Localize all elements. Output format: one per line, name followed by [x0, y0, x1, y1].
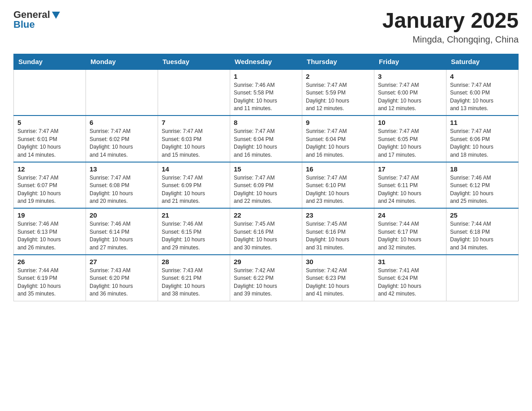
day-cell: 12Sunrise: 7:47 AM Sunset: 6:07 PM Dayli…: [14, 162, 86, 209]
day-cell: 21Sunrise: 7:46 AM Sunset: 6:15 PM Dayli…: [158, 208, 230, 255]
day-cell: 27Sunrise: 7:43 AM Sunset: 6:20 PM Dayli…: [86, 255, 158, 301]
day-number: 18: [450, 165, 515, 173]
day-info: Sunrise: 7:47 AM Sunset: 6:01 PM Dayligh…: [17, 128, 82, 159]
day-info: Sunrise: 7:44 AM Sunset: 6:18 PM Dayligh…: [450, 220, 515, 252]
day-number: 26: [17, 258, 82, 265]
day-info: Sunrise: 7:41 AM Sunset: 6:24 PM Dayligh…: [378, 267, 442, 298]
day-cell: 19Sunrise: 7:46 AM Sunset: 6:13 PM Dayli…: [14, 208, 86, 255]
day-cell: 23Sunrise: 7:45 AM Sunset: 6:16 PM Dayli…: [302, 208, 374, 255]
day-info: Sunrise: 7:42 AM Sunset: 6:22 PM Dayligh…: [234, 267, 298, 298]
day-cell: [14, 69, 86, 116]
day-cell: 20Sunrise: 7:46 AM Sunset: 6:14 PM Dayli…: [86, 208, 158, 255]
logo-triangle-icon: [51, 10, 61, 20]
day-number: 19: [17, 211, 82, 219]
day-cell: 5Sunrise: 7:47 AM Sunset: 6:01 PM Daylig…: [14, 116, 86, 162]
col-header-saturday: Saturday: [446, 54, 519, 69]
day-cell: 13Sunrise: 7:47 AM Sunset: 6:08 PM Dayli…: [86, 162, 158, 209]
day-number: 24: [378, 211, 442, 219]
col-header-thursday: Thursday: [302, 54, 374, 69]
day-cell: 28Sunrise: 7:43 AM Sunset: 6:21 PM Dayli…: [158, 255, 230, 301]
day-cell: 24Sunrise: 7:44 AM Sunset: 6:17 PM Dayli…: [374, 208, 446, 255]
calendar-table: SundayMondayTuesdayWednesdayThursdayFrid…: [13, 54, 519, 301]
day-info: Sunrise: 7:47 AM Sunset: 6:04 PM Dayligh…: [234, 128, 298, 159]
day-info: Sunrise: 7:47 AM Sunset: 6:10 PM Dayligh…: [306, 174, 370, 206]
day-info: Sunrise: 7:43 AM Sunset: 6:21 PM Dayligh…: [162, 267, 226, 298]
day-info: Sunrise: 7:47 AM Sunset: 6:08 PM Dayligh…: [90, 174, 154, 206]
day-number: 1: [234, 73, 298, 80]
day-info: Sunrise: 7:47 AM Sunset: 6:09 PM Dayligh…: [234, 174, 298, 206]
day-info: Sunrise: 7:44 AM Sunset: 6:17 PM Dayligh…: [378, 220, 442, 252]
day-number: 14: [162, 165, 226, 173]
day-cell: 25Sunrise: 7:44 AM Sunset: 6:18 PM Dayli…: [446, 208, 519, 255]
logo: General Blue: [13, 9, 61, 30]
day-info: Sunrise: 7:47 AM Sunset: 6:07 PM Dayligh…: [17, 174, 82, 206]
day-number: 15: [234, 165, 298, 173]
day-info: Sunrise: 7:46 AM Sunset: 6:12 PM Dayligh…: [450, 174, 515, 206]
logo-blue-text: Blue: [13, 19, 35, 30]
week-row-5: 26Sunrise: 7:44 AM Sunset: 6:19 PM Dayli…: [14, 255, 519, 301]
day-info: Sunrise: 7:47 AM Sunset: 6:00 PM Dayligh…: [450, 81, 515, 113]
day-cell: [86, 69, 158, 116]
day-info: Sunrise: 7:47 AM Sunset: 6:03 PM Dayligh…: [162, 128, 226, 159]
day-info: Sunrise: 7:46 AM Sunset: 5:58 PM Dayligh…: [234, 81, 298, 113]
day-info: Sunrise: 7:43 AM Sunset: 6:20 PM Dayligh…: [90, 267, 154, 298]
day-cell: 22Sunrise: 7:45 AM Sunset: 6:16 PM Dayli…: [230, 208, 302, 255]
day-number: 28: [162, 258, 226, 265]
day-info: Sunrise: 7:47 AM Sunset: 6:06 PM Dayligh…: [450, 128, 515, 159]
col-header-wednesday: Wednesday: [230, 54, 302, 69]
day-number: 9: [306, 119, 370, 126]
header-row: SundayMondayTuesdayWednesdayThursdayFrid…: [14, 54, 519, 69]
day-info: Sunrise: 7:46 AM Sunset: 6:13 PM Dayligh…: [17, 220, 82, 252]
day-number: 3: [378, 73, 442, 80]
day-number: 5: [17, 119, 82, 126]
day-info: Sunrise: 7:47 AM Sunset: 6:00 PM Dayligh…: [378, 81, 442, 113]
week-row-3: 12Sunrise: 7:47 AM Sunset: 6:07 PM Dayli…: [14, 162, 519, 209]
col-header-tuesday: Tuesday: [158, 54, 230, 69]
svg-marker-0: [52, 12, 60, 19]
day-info: Sunrise: 7:47 AM Sunset: 6:02 PM Dayligh…: [90, 128, 154, 159]
day-cell: 30Sunrise: 7:42 AM Sunset: 6:23 PM Dayli…: [302, 255, 374, 301]
day-cell: 10Sunrise: 7:47 AM Sunset: 6:05 PM Dayli…: [374, 116, 446, 162]
day-cell: 17Sunrise: 7:47 AM Sunset: 6:11 PM Dayli…: [374, 162, 446, 209]
day-cell: 8Sunrise: 7:47 AM Sunset: 6:04 PM Daylig…: [230, 116, 302, 162]
day-cell: 7Sunrise: 7:47 AM Sunset: 6:03 PM Daylig…: [158, 116, 230, 162]
day-number: 27: [90, 258, 154, 265]
day-number: 4: [450, 73, 515, 80]
day-cell: 6Sunrise: 7:47 AM Sunset: 6:02 PM Daylig…: [86, 116, 158, 162]
col-header-monday: Monday: [86, 54, 158, 69]
day-cell: 29Sunrise: 7:42 AM Sunset: 6:22 PM Dayli…: [230, 255, 302, 301]
col-header-sunday: Sunday: [14, 54, 86, 69]
week-row-4: 19Sunrise: 7:46 AM Sunset: 6:13 PM Dayli…: [14, 208, 519, 255]
location-text: Mingda, Chongqing, China: [382, 34, 519, 45]
day-cell: 16Sunrise: 7:47 AM Sunset: 6:10 PM Dayli…: [302, 162, 374, 209]
day-cell: [158, 69, 230, 116]
day-cell: 18Sunrise: 7:46 AM Sunset: 6:12 PM Dayli…: [446, 162, 519, 209]
day-number: 2: [306, 73, 370, 80]
day-info: Sunrise: 7:45 AM Sunset: 6:16 PM Dayligh…: [234, 220, 298, 252]
day-info: Sunrise: 7:47 AM Sunset: 6:04 PM Dayligh…: [306, 128, 370, 159]
day-cell: 2Sunrise: 7:47 AM Sunset: 5:59 PM Daylig…: [302, 69, 374, 116]
day-number: 12: [17, 165, 82, 173]
day-cell: 14Sunrise: 7:47 AM Sunset: 6:09 PM Dayli…: [158, 162, 230, 209]
day-cell: 4Sunrise: 7:47 AM Sunset: 6:00 PM Daylig…: [446, 69, 519, 116]
month-title: January 2025: [382, 9, 519, 33]
day-number: 25: [450, 211, 515, 219]
day-cell: 9Sunrise: 7:47 AM Sunset: 6:04 PM Daylig…: [302, 116, 374, 162]
title-block: January 2025 Mingda, Chongqing, China: [382, 9, 519, 45]
day-number: 23: [306, 211, 370, 219]
day-info: Sunrise: 7:47 AM Sunset: 6:09 PM Dayligh…: [162, 174, 226, 206]
day-info: Sunrise: 7:45 AM Sunset: 6:16 PM Dayligh…: [306, 220, 370, 252]
day-cell: 3Sunrise: 7:47 AM Sunset: 6:00 PM Daylig…: [374, 69, 446, 116]
day-cell: 31Sunrise: 7:41 AM Sunset: 6:24 PM Dayli…: [374, 255, 446, 301]
day-info: Sunrise: 7:47 AM Sunset: 6:11 PM Dayligh…: [378, 174, 442, 206]
day-number: 16: [306, 165, 370, 173]
day-number: 31: [378, 258, 442, 265]
day-cell: [446, 255, 519, 301]
day-number: 10: [378, 119, 442, 126]
day-info: Sunrise: 7:47 AM Sunset: 6:05 PM Dayligh…: [378, 128, 442, 159]
week-row-1: 1Sunrise: 7:46 AM Sunset: 5:58 PM Daylig…: [14, 69, 519, 116]
day-number: 30: [306, 258, 370, 265]
day-info: Sunrise: 7:46 AM Sunset: 6:15 PM Dayligh…: [162, 220, 226, 252]
day-cell: 11Sunrise: 7:47 AM Sunset: 6:06 PM Dayli…: [446, 116, 519, 162]
page-header: General Blue January 2025 Mingda, Chongq…: [13, 9, 519, 45]
